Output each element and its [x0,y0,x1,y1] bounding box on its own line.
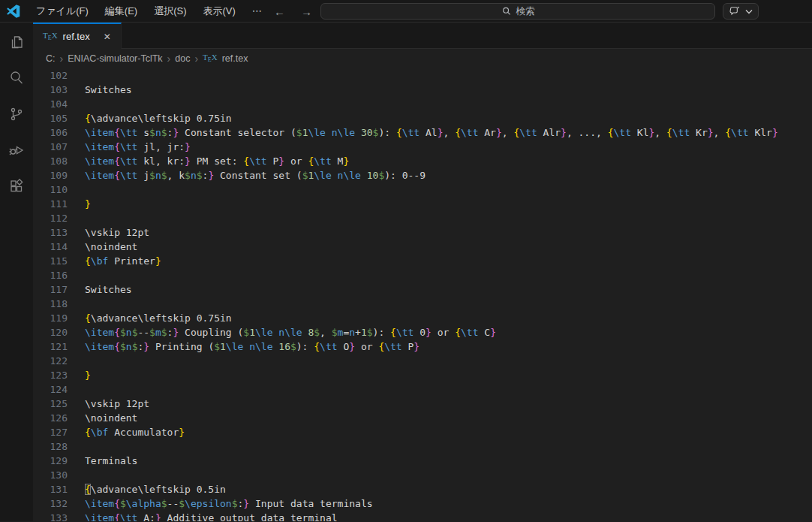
line-number[interactable]: 112 [33,211,68,225]
code-text: {\bf Printer} [85,254,161,268]
line-number[interactable]: 116 [33,268,68,282]
line-number[interactable]: 115 [33,254,68,268]
line-number[interactable]: 127 [33,425,68,439]
tab-bar: TEX ref.tex ✕ [33,23,812,49]
line-number[interactable]: 132 [33,496,68,511]
menu-edit[interactable]: 編集(E) [97,2,146,20]
code-line[interactable]: 123} [33,368,812,382]
breadcrumb-item[interactable]: doc [175,53,190,64]
code-line[interactable]: 119{\advance\leftskip 0.75in [33,311,812,325]
code-text: \item{\tt jl, jr:} [85,140,191,154]
line-number[interactable]: 107 [33,140,68,154]
code-line[interactable]: 116 [33,268,812,282]
line-number[interactable]: 130 [33,468,68,482]
code-text: \vskip 12pt [85,225,149,240]
code-line[interactable]: 128 [33,439,812,454]
code-line[interactable]: 111} [33,197,812,211]
line-number[interactable]: 120 [33,325,68,339]
menu-view[interactable]: 表示(V) [195,2,244,20]
menu-selection[interactable]: 選択(S) [146,2,194,20]
code-line[interactable]: 131{\advance\leftskip 0.5in [33,482,812,496]
line-number[interactable]: 103 [33,83,68,97]
line-number[interactable]: 110 [33,183,68,197]
code-line[interactable]: 102 [33,68,812,83]
code-line[interactable]: 114\noindent [33,240,812,254]
code-line[interactable]: 126\noindent [33,411,812,425]
line-number[interactable]: 126 [33,411,68,425]
copilot-button[interactable] [723,3,759,20]
code-area[interactable]: 102103Switches104105{\advance\leftskip 0… [33,68,812,521]
line-number[interactable]: 118 [33,297,68,311]
code-line[interactable]: 113\vskip 12pt [33,225,812,240]
line-number[interactable]: 105 [33,111,68,125]
chevron-down-icon [745,9,753,14]
code-line[interactable]: 110 [33,183,812,197]
line-number[interactable]: 119 [33,311,68,325]
code-line[interactable]: 127{\bf Accumulator} [33,425,812,439]
tab-label: ref.tex [63,31,90,42]
code-line[interactable]: 124 [33,382,812,397]
code-line[interactable]: 104 [33,97,812,111]
code-line[interactable]: 115{\bf Printer} [33,254,812,268]
line-number[interactable]: 117 [33,282,68,297]
code-text: } [85,368,91,382]
menu-file[interactable]: ファイル(F) [28,2,97,20]
code-line[interactable]: 125\vskip 12pt [33,397,812,411]
line-number[interactable]: 133 [33,511,68,521]
menu-bar: ファイル(F)編集(E)選択(S)表示(V)⋯ [28,0,270,22]
code-line[interactable]: 109\item{\tt j$n$, k$n$:} Constant set (… [33,168,812,183]
line-number[interactable]: 129 [33,454,68,468]
line-number[interactable]: 123 [33,368,68,382]
activity-run-debug-icon[interactable] [0,132,33,168]
code-line[interactable]: 121\item{$n$:} Printing ($1\le n\le 16$)… [33,339,812,354]
line-number[interactable]: 122 [33,354,68,368]
line-number[interactable]: 104 [33,97,68,111]
line-number[interactable]: 128 [33,439,68,454]
code-text: \item{\tt s$n$:} Constant selector ($1\l… [85,125,778,140]
breadcrumb-separator-icon: › [166,53,173,65]
line-number[interactable]: 102 [33,68,68,83]
code-text: \noindent [85,411,137,425]
activity-source-control-icon[interactable] [0,96,33,132]
line-number[interactable]: 131 [33,482,68,496]
activity-search-icon[interactable] [0,60,33,96]
menu-more[interactable]: ⋯ [244,3,270,19]
code-line[interactable]: 108\item{\tt kl, kr:} PM set: {\tt P} or… [33,154,812,168]
code-line[interactable]: 117Switches [33,282,812,297]
code-line[interactable]: 107\item{\tt jl, jr:} [33,140,812,154]
code-line[interactable]: 130 [33,468,812,482]
line-number[interactable]: 111 [33,197,68,211]
tex-file-icon: TEX [43,32,58,41]
line-number[interactable]: 114 [33,240,68,254]
line-number[interactable]: 124 [33,382,68,397]
code-line[interactable]: 122 [33,354,812,368]
code-text: Switches [85,83,132,97]
line-number[interactable]: 106 [33,125,68,140]
code-line[interactable]: 132\item{$\alpha$--$\epsilon$:} Input da… [33,496,812,511]
nav-back-icon[interactable]: ← [274,5,285,18]
line-number[interactable]: 121 [33,339,68,354]
line-number[interactable]: 109 [33,168,68,183]
activity-extensions-icon[interactable] [0,168,33,204]
close-icon[interactable]: ✕ [101,31,113,43]
breadcrumb-file[interactable]: ref.tex [222,53,248,64]
code-line[interactable]: 129Terminals [33,454,812,468]
breadcrumb-item[interactable]: ENIAC-simulator-TclTk [68,53,162,64]
search-input[interactable]: 検索 [320,3,715,20]
tab-ref-tex[interactable]: TEX ref.tex ✕ [33,23,122,49]
code-line[interactable]: 112 [33,211,812,225]
code-line[interactable]: 133\item{\tt A:} Additive output data te… [33,511,812,521]
code-line[interactable]: 103Switches [33,83,812,97]
code-text: {\advance\leftskip 0.75in [85,111,232,125]
nav-forward-icon[interactable]: → [301,5,312,18]
code-line[interactable]: 105{\advance\leftskip 0.75in [33,111,812,125]
code-text: Switches [85,282,132,297]
line-number[interactable]: 108 [33,154,68,168]
line-number[interactable]: 125 [33,397,68,411]
activity-explorer-icon[interactable] [0,24,33,60]
code-line[interactable]: 120\item{$n$--$m$:} Coupling ($1\le n\le… [33,325,812,339]
breadcrumb-item[interactable]: C: [46,53,56,64]
code-line[interactable]: 106\item{\tt s$n$:} Constant selector ($… [33,125,812,140]
line-number[interactable]: 113 [33,225,68,240]
code-line[interactable]: 118 [33,297,812,311]
